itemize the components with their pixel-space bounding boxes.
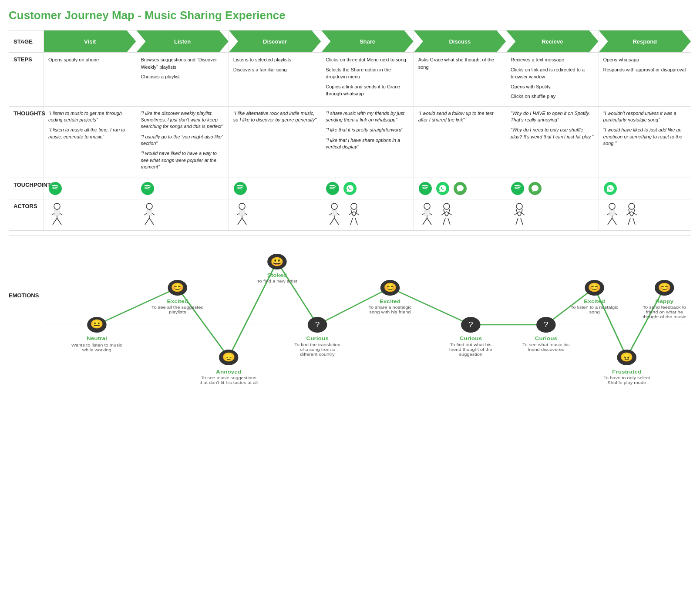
person-female-icon (345, 203, 363, 227)
stage-arrow-visit: Visit (44, 30, 136, 52)
person-male-icon (48, 203, 66, 227)
svg-line-72 (633, 218, 635, 225)
person-male-icon (418, 203, 436, 227)
svg-text:Excited: Excited (380, 299, 400, 304)
stage-row: STAGE Visit Listen Discover Share Discus… (9, 30, 691, 53)
person-male-icon (233, 203, 251, 227)
spotify-icon (326, 182, 340, 195)
svg-line-49 (427, 218, 431, 225)
thoughts-listen: "I like the discover weekly playlist. So… (136, 106, 229, 178)
svg-text:To see music suggestions: To see music suggestions (201, 376, 256, 380)
actors-visit (44, 199, 136, 230)
svg-text:To listen to a nostalgic: To listen to a nostalgic (571, 305, 618, 310)
svg-text:To have to only select: To have to only select (603, 376, 650, 380)
person-female-icon (623, 203, 640, 227)
actors-share (321, 199, 414, 230)
emotions-label: EMOTIONS (9, 240, 46, 389)
svg-rect-31 (239, 210, 245, 215)
svg-rect-50 (424, 210, 430, 215)
stage-arrow-respond: Respond (599, 30, 691, 52)
svg-line-60 (521, 218, 523, 225)
svg-point-11 (54, 203, 60, 209)
svg-text:?: ? (544, 320, 549, 328)
steps-visit: Opens spotify on phone (44, 53, 136, 107)
svg-text:song with his friend: song with his friend (369, 310, 411, 314)
actors-respond (599, 199, 691, 230)
svg-line-59 (516, 218, 518, 225)
svg-text:To see what music his: To see what music his (522, 343, 570, 347)
svg-text:friend on what he: friend on what he (646, 310, 683, 314)
svg-text:playlists: playlists (169, 310, 186, 314)
thoughts-recieve: "Why do I HAVE to open it on Spotify. Th… (506, 106, 599, 178)
svg-rect-67 (609, 210, 615, 215)
touchpoints-share (321, 178, 414, 199)
svg-line-37 (334, 218, 339, 225)
spotify-icon (511, 182, 525, 195)
thoughts-respond: "I wouldn't respond unless it was a part… (599, 106, 691, 178)
imessage-icon (528, 182, 542, 195)
thoughts-discuss: "I would send a follow up to the text af… (414, 106, 506, 178)
stage-discover: Discover (229, 30, 321, 53)
stage-recieve: Recieve (506, 30, 599, 53)
svg-text:Frustrated: Frustrated (612, 369, 641, 374)
svg-text:suggestion: suggestion (459, 352, 482, 357)
stage-arrow-listen: Listen (136, 30, 228, 52)
whatsapp-icon (343, 182, 357, 195)
stage-label: STAGE (9, 30, 44, 53)
thoughts-label: THOUGHTS (9, 106, 44, 178)
actors-listen (136, 199, 229, 230)
svg-text:Excited: Excited (584, 299, 605, 304)
spotify-icon (48, 182, 62, 195)
touchpoints-listen (136, 178, 229, 199)
stage-share: Share (321, 30, 414, 53)
svg-point-68 (629, 203, 635, 209)
person-female-icon (438, 203, 455, 227)
actors-discuss (414, 199, 506, 230)
person-male-icon (603, 203, 621, 227)
steps-share: Clicks on three dot Menu next to song Se… (321, 53, 414, 107)
touchpoints-label: TOUCHPOINTS (9, 178, 44, 199)
svg-text:😊: 😊 (384, 282, 397, 293)
page-title: Customer Journey Map - Music Sharing Exp… (9, 9, 691, 22)
svg-text:Curious: Curious (460, 336, 482, 341)
svg-point-18 (146, 203, 152, 209)
svg-rect-24 (147, 210, 152, 215)
svg-text:friend thought of the: friend thought of the (449, 347, 492, 352)
stage-respond: Respond (599, 30, 691, 53)
touchpoints-visit (44, 178, 136, 199)
thoughts-discover: "I like alternative rock and indie music… (229, 106, 321, 178)
svg-line-43 (355, 218, 357, 225)
svg-text:that don't fit his tastes at a: that don't fit his tastes at all (199, 380, 258, 385)
svg-text:😃: 😃 (270, 256, 284, 267)
svg-point-61 (609, 203, 615, 209)
whatsapp-icon (436, 182, 450, 195)
stage-arrow-discuss: Discuss (414, 30, 506, 52)
steps-recieve: Recieves a text message Clicks on link a… (506, 53, 599, 107)
svg-text:To find a new artist: To find a new artist (257, 279, 297, 283)
svg-point-32 (331, 203, 337, 209)
svg-line-42 (350, 218, 353, 225)
actors-row: ACTORS (9, 199, 691, 230)
svg-text:while working: while working (82, 348, 111, 352)
person-male-icon (326, 203, 343, 227)
svg-text:of a song from a: of a song from a (300, 347, 335, 352)
svg-text:Shuffle play mode: Shuffle play mode (607, 380, 646, 385)
thoughts-share: "I share music with my friends by just s… (321, 106, 414, 178)
svg-text:To see all the suggested: To see all the suggested (151, 305, 204, 310)
stage-arrow-share: Share (321, 30, 413, 52)
svg-text:😊: 😊 (588, 282, 602, 293)
svg-line-16 (57, 218, 61, 225)
svg-text:Curious: Curious (306, 336, 328, 341)
svg-text:Annoyed: Annoyed (216, 369, 241, 374)
svg-rect-38 (332, 210, 337, 215)
steps-respond: Opens whatsapp Responds with approval or… (599, 53, 691, 107)
svg-point-25 (239, 203, 245, 209)
svg-text:😞: 😞 (222, 352, 236, 362)
touchpoints-respond (599, 178, 691, 199)
svg-line-65 (608, 218, 612, 225)
svg-text:To find out what his: To find out what his (450, 343, 491, 347)
svg-text:song: song (589, 310, 599, 314)
svg-rect-17 (54, 210, 60, 215)
steps-discover: Listens to selected playlists Discovers … (229, 53, 321, 107)
svg-point-51 (444, 203, 450, 209)
